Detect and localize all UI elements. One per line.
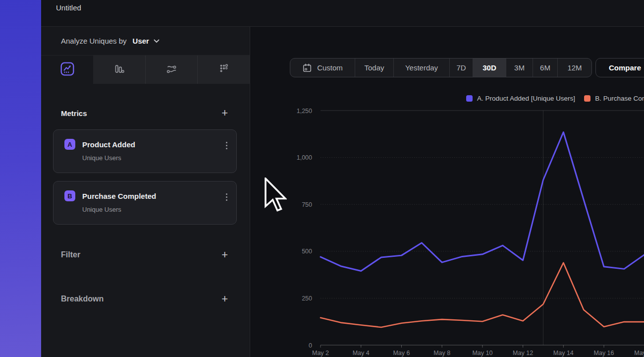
range-label: 6M <box>540 63 550 72</box>
svg-text:0: 0 <box>309 342 312 349</box>
range-label: Custom <box>317 63 343 72</box>
kebab-menu-icon[interactable] <box>226 193 227 201</box>
legend-label: A. Product Added [Unique Users] <box>477 95 575 102</box>
flows-icon <box>165 62 178 77</box>
range-30d-selected[interactable]: 30D <box>473 59 506 77</box>
calendar-icon <box>302 63 312 73</box>
metrics-title: Metrics <box>61 109 87 118</box>
metric-card-a[interactable]: A Product Added Unique Users <box>53 129 237 173</box>
chart-type-tabs <box>41 56 250 84</box>
range-3m[interactable]: 3M <box>506 59 533 77</box>
date-range-selector: Custom Today Yesterday 7D 30D 3M 6M 12M <box>290 58 592 77</box>
add-filter-button[interactable]: + <box>221 251 228 258</box>
metric-measure[interactable]: Unique Users <box>64 154 226 162</box>
svg-text:May 8: May 8 <box>433 350 450 357</box>
chart-panel: Custom Today Yesterday 7D 30D 3M 6M 12M … <box>250 27 644 357</box>
legend-swatch-a <box>466 95 473 102</box>
bar-chart-icon <box>112 62 125 77</box>
range-today[interactable]: Today <box>355 59 393 77</box>
compare-button[interactable]: Compare <box>595 58 644 77</box>
inactive-tabs-strip <box>93 56 250 84</box>
add-breakdown-button[interactable]: + <box>221 296 228 302</box>
range-custom[interactable]: Custom <box>290 59 355 77</box>
svg-text:May 4: May 4 <box>353 350 370 357</box>
range-label: 7D <box>456 63 466 72</box>
metric-name[interactable]: Purchase Completed <box>82 192 156 200</box>
mouse-cursor <box>264 178 287 214</box>
svg-text:1,000: 1,000 <box>297 154 312 161</box>
metrics-section-header: Metrics + <box>41 108 250 119</box>
tab-flows[interactable] <box>145 56 198 84</box>
svg-text:1,250: 1,250 <box>297 108 312 115</box>
legend-label: B. Purchase Completed [Unique Users] <box>595 95 644 102</box>
brand-gradient-strip <box>0 0 41 357</box>
filter-section-header: Filter + <box>41 249 250 260</box>
metric-card-b[interactable]: B Purchase Completed Unique Users <box>53 181 237 225</box>
breakdown-section-header: Breakdown + <box>41 294 250 304</box>
tab-bar-chart[interactable] <box>93 56 145 84</box>
range-12m[interactable]: 12M <box>557 59 591 77</box>
metric-name[interactable]: Product Added <box>82 140 135 149</box>
breakdown-title: Breakdown <box>61 295 104 303</box>
metric-measure[interactable]: Unique Users <box>64 206 226 213</box>
range-label: 30D <box>483 63 496 72</box>
range-label: Today <box>364 63 384 72</box>
metric-badge-a: A <box>64 139 75 150</box>
range-label: Yesterday <box>405 63 438 72</box>
legend-item-b[interactable]: B. Purchase Completed [Unique Users] <box>584 95 644 102</box>
range-yesterday[interactable]: Yesterday <box>393 59 449 77</box>
svg-text:500: 500 <box>302 248 312 255</box>
analyze-value-dropdown[interactable]: User <box>133 37 149 45</box>
svg-text:May 10: May 10 <box>472 350 492 357</box>
svg-text:May 12: May 12 <box>513 350 533 357</box>
add-metric-button[interactable]: + <box>221 110 228 117</box>
svg-text:May 16: May 16 <box>594 350 614 357</box>
svg-text:May 2: May 2 <box>312 350 329 357</box>
range-7d[interactable]: 7D <box>449 59 473 77</box>
chart-legend: A. Product Added [Unique Users] B. Purch… <box>466 95 644 102</box>
app-header: Untitled <box>41 0 644 27</box>
tab-line-chart[interactable] <box>41 56 93 84</box>
analyze-uniques-row[interactable]: Analyze Uniques by User <box>41 27 250 56</box>
legend-swatch-b <box>584 95 590 102</box>
analyze-label: Analyze Uniques by <box>61 37 127 45</box>
svg-text:750: 750 <box>302 201 312 208</box>
filter-title: Filter <box>61 250 80 259</box>
query-sidebar: Analyze Uniques by User <box>41 27 250 357</box>
kebab-menu-icon[interactable] <box>226 142 227 149</box>
legend-item-a[interactable]: A. Product Added [Unique Users] <box>466 95 575 102</box>
chevron-down-icon <box>154 39 160 43</box>
svg-text:May 6: May 6 <box>393 350 410 357</box>
report-title[interactable]: Untitled <box>56 3 81 12</box>
metric-badge-b: B <box>64 190 75 201</box>
retention-grid-icon <box>217 62 230 77</box>
tab-retention[interactable] <box>197 56 250 84</box>
line-chart-icon <box>60 61 75 78</box>
range-6m[interactable]: 6M <box>533 59 557 77</box>
svg-text:May 14: May 14 <box>553 350 574 357</box>
range-label: 3M <box>514 63 525 72</box>
svg-text:May 18: May 18 <box>634 350 644 357</box>
svg-text:250: 250 <box>302 295 312 302</box>
range-label: 12M <box>567 63 582 72</box>
